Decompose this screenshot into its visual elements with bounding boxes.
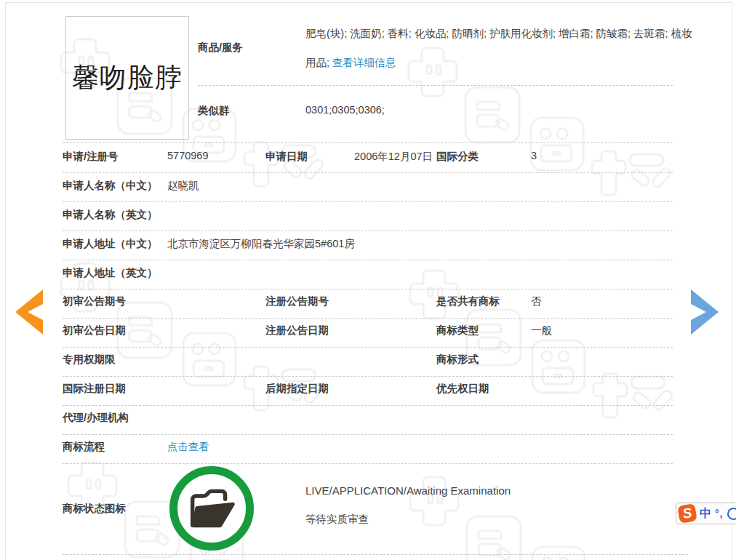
process-view-link[interactable]: 点击查看: [167, 440, 209, 454]
divider: [198, 85, 673, 86]
divider: [63, 142, 673, 143]
mark-type-label: 商标类型: [436, 324, 479, 337]
divider: [63, 172, 673, 173]
ime-toolbar[interactable]: S 中 °,: [676, 503, 736, 524]
applicant-cn-label: 申请人名称（中文）: [63, 179, 158, 193]
first-trial-date-label: 初审公告日期: [63, 324, 126, 337]
chevron-right-icon: [689, 289, 720, 335]
mark-form-label: 商标形式: [436, 353, 479, 367]
address-cn-value: 北京市海淀区万柳阳春光华家园5#601房: [167, 237, 355, 251]
shared-mark-value: 否: [531, 295, 542, 308]
sogou-logo-icon[interactable]: S: [677, 503, 697, 523]
reg-no-value: 5770969: [167, 150, 208, 161]
goods-detail-link[interactable]: 查看详细信息: [332, 57, 396, 68]
intl-class-value: 3: [531, 150, 537, 161]
applicant-en-label: 申请人名称（英文）: [63, 208, 158, 222]
reg-no-label: 申请/注册号: [63, 150, 119, 164]
reg-announce-no-label: 注册公告期号: [265, 295, 329, 308]
goods-line1: 肥皂(块); 洗面奶; 香料; 化妆品; 防晒剂; 护肤用化妆剂; 增白霜; 防…: [305, 27, 692, 41]
divider: [63, 289, 673, 289]
divider: [63, 405, 673, 406]
ime-punct-indicator[interactable]: °,: [715, 508, 724, 519]
divider: [63, 318, 673, 319]
trademark-image: 馨吻脸脖: [65, 16, 189, 140]
mark-type-value: 一般: [531, 324, 552, 337]
intl-class-label: 国际分类: [436, 150, 479, 164]
divider: [63, 260, 673, 260]
prev-arrow-button[interactable]: [15, 289, 44, 337]
later-desig-date-label: 后期指定日期: [265, 382, 329, 396]
first-trial-no-label: 初审公告期号: [63, 295, 126, 308]
chevron-left-icon: [15, 289, 44, 335]
divider: [63, 347, 673, 348]
applicant-cn-value: 赵晓凯: [167, 179, 199, 193]
divider: [63, 463, 673, 464]
divider: [63, 231, 673, 231]
exclusive-period-label: 专用权期限: [63, 353, 116, 367]
agency-label: 代理/办理机构: [63, 411, 129, 425]
divider: [63, 376, 673, 377]
reg-announce-date-label: 注册公告日期: [265, 324, 329, 337]
status-line2: 等待实质审查: [305, 513, 369, 527]
shared-mark-label: 是否共有商标: [436, 295, 500, 308]
app-date-value: 2006年12月07日: [354, 150, 433, 164]
status-icon-ring: [169, 466, 254, 551]
similar-value: 0301;0305;0306;: [305, 104, 385, 116]
status-label: 商标状态图标: [63, 502, 126, 516]
intl-reg-date-label: 国际注册日期: [63, 382, 126, 396]
open-folder-icon: [183, 486, 240, 531]
priority-date-label: 优先权日期: [436, 382, 489, 396]
ime-mode-indicator[interactable]: 中: [700, 506, 711, 521]
divider: [63, 201, 673, 202]
process-label: 商标流程: [63, 440, 105, 454]
divider: [63, 434, 673, 435]
ime-menu-icon[interactable]: [727, 508, 736, 520]
next-arrow-button[interactable]: [689, 289, 720, 337]
status-line1: LIVE/APPLICATION/Awaiting Examination: [305, 484, 511, 497]
goods-line2: 用品; 查看详细信息: [305, 56, 396, 70]
address-en-label: 申请人地址（英文）: [63, 266, 158, 280]
similar-label: 类似群: [198, 104, 230, 118]
goods-line2-prefix: 用品;: [305, 57, 332, 68]
app-date-label: 申请日期: [265, 150, 308, 164]
goods-label: 商品/服务: [198, 41, 243, 55]
address-cn-label: 申请人地址（中文）: [63, 237, 158, 251]
divider: [63, 554, 688, 555]
trademark-text: 馨吻脸脖: [72, 60, 183, 96]
